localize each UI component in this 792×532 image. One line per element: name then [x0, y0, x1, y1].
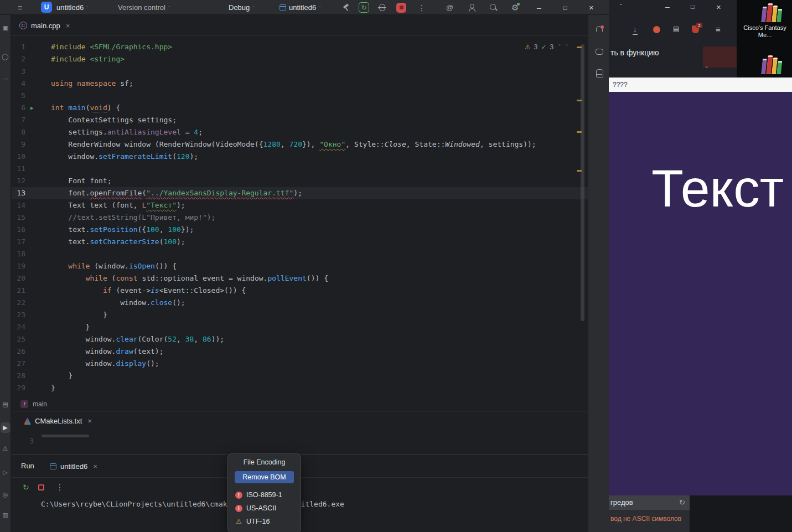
line-number[interactable]: 21: [12, 285, 25, 297]
encoding-option[interactable]: !ISO-8859-1: [228, 488, 301, 502]
run-toolwindow-icon[interactable]: ▶: [0, 422, 10, 433]
code-line[interactable]: 8 settings.antiAliasingLevel = 4;: [12, 126, 588, 138]
code-line[interactable]: 3: [12, 65, 588, 78]
line-number[interactable]: 2: [12, 53, 25, 65]
next-problem-icon[interactable]: ˇ: [566, 44, 568, 50]
code-line[interactable]: 5: [12, 90, 588, 102]
close-tab-icon[interactable]: ×: [66, 22, 70, 30]
main-menu-icon[interactable]: ≡: [18, 0, 22, 15]
code-line[interactable]: 19 while (window.isOpen()) {: [12, 260, 588, 272]
code-line[interactable]: 21 if (event->is<Event::Closed>()) {: [12, 285, 588, 297]
line-number[interactable]: 11: [12, 163, 25, 175]
stripe-warning-mark[interactable]: [577, 131, 582, 133]
vcs-widget[interactable]: Version control ˇ: [118, 0, 170, 15]
build-mode-selector[interactable]: Debug ˇ: [229, 0, 254, 15]
code-line[interactable]: 7 ContextSettings settings;: [12, 114, 588, 126]
line-number[interactable]: 4: [12, 78, 25, 90]
project-icon[interactable]: ▣: [2, 25, 8, 31]
code-line[interactable]: 16 text.setPosition({100, 100});: [12, 224, 588, 236]
code-line[interactable]: 9 RenderWindow window (RenderWindow(Vide…: [12, 138, 588, 151]
line-number[interactable]: 15: [12, 211, 25, 224]
refresh-icon[interactable]: ↻: [679, 495, 685, 510]
line-number[interactable]: 26: [12, 345, 25, 358]
code-line[interactable]: 25 window.clear(Color(52, 38, 86));: [12, 333, 588, 345]
winrar-archive-icon[interactable]: [760, 53, 784, 74]
line-number[interactable]: 10: [12, 151, 25, 163]
code-line[interactable]: 6▶int main(void) {: [12, 102, 588, 114]
line-number[interactable]: 23: [12, 309, 25, 321]
more-actions-button[interactable]: ⋮: [418, 0, 426, 15]
stop-button[interactable]: [396, 0, 406, 15]
desktop-icon-label[interactable]: Cisco's Fantasy Me...: [741, 24, 789, 39]
breadcrumb-item-main[interactable]: main: [33, 400, 47, 408]
page-icon[interactable]: ▤: [673, 25, 679, 33]
code-line[interactable]: 23 }: [12, 309, 588, 321]
code-line[interactable]: 28 }: [12, 370, 588, 382]
code-line[interactable]: 14 Text text (font, L"Текст");: [12, 199, 588, 211]
minimize-button[interactable]: –: [665, 2, 670, 11]
code-line[interactable]: 15 //text.setString(L"Привет, мир!");: [12, 211, 588, 224]
browser-menu-icon[interactable]: ≡: [716, 24, 721, 34]
line-number[interactable]: 18: [12, 248, 25, 260]
sfml-window-title[interactable]: ????: [609, 78, 792, 92]
line-number[interactable]: 17: [12, 236, 25, 248]
code-line[interactable]: 29}: [12, 382, 588, 394]
code-line[interactable]: 13 font.openFromFile("../YandexSansDispl…: [12, 187, 588, 199]
more-icon[interactable]: ⋮: [56, 483, 64, 492]
line-number[interactable]: 27: [12, 358, 25, 370]
line-number[interactable]: 5: [12, 90, 25, 102]
maximize-button[interactable]: □: [691, 3, 695, 10]
structure-icon[interactable]: ▤: [2, 401, 8, 407]
line-number[interactable]: 9: [12, 138, 25, 151]
stop-icon[interactable]: [38, 484, 44, 490]
build-button[interactable]: [342, 0, 350, 15]
run-tab-untitled6[interactable]: untitled6 ×: [50, 454, 97, 478]
stripe-warning-mark[interactable]: [577, 100, 582, 101]
line-number[interactable]: 16: [12, 224, 25, 236]
settings-button[interactable]: ⚙: [511, 0, 519, 15]
download-icon[interactable]: ↓: [633, 25, 637, 34]
code-line[interactable]: 4using namespace sf;: [12, 78, 588, 90]
browser-thumbnail[interactable]: [703, 47, 737, 68]
code-line[interactable]: 18: [12, 248, 588, 260]
inspection-widget[interactable]: ⚠ 3 ✓ 3 ˆ ˇ: [525, 43, 568, 51]
services-icon[interactable]: ▷: [3, 469, 7, 476]
line-number[interactable]: 24: [12, 321, 25, 333]
line-number[interactable]: 20: [12, 272, 25, 285]
rerun-button[interactable]: ↻: [359, 0, 369, 15]
tab-main-cpp[interactable]: C main.cpp ×: [19, 15, 70, 36]
close-button[interactable]: ×: [589, 0, 594, 15]
line-number[interactable]: 28: [12, 370, 25, 382]
line-number[interactable]: 22: [12, 297, 25, 309]
encoding-option[interactable]: ⚠UTF-16: [228, 515, 301, 528]
stripe-warning-mark[interactable]: [577, 170, 582, 172]
horizontal-scrollbar[interactable]: [42, 435, 89, 437]
code-line[interactable]: 1#include <SFML/Graphics.hpp>: [12, 41, 588, 53]
code-line[interactable]: 27 window.display();: [12, 358, 588, 370]
line-number[interactable]: 29: [12, 382, 25, 394]
problems-icon[interactable]: ⚠: [3, 446, 8, 452]
debug-toolwindow-icon[interactable]: ◎: [3, 492, 8, 498]
code-line[interactable]: 12 Font font;: [12, 175, 588, 187]
prev-problem-icon[interactable]: ˆ: [558, 44, 561, 50]
winrar-archive-icon[interactable]: [760, 1, 784, 22]
database-icon[interactable]: [594, 69, 603, 78]
browser-extension-icon[interactable]: [653, 26, 660, 33]
line-number[interactable]: 13: [12, 187, 25, 199]
code-line[interactable]: 24 }: [12, 321, 588, 333]
line-number[interactable]: 12: [12, 175, 25, 187]
code-line[interactable]: 10 window.setFramerateLimit(120);: [12, 151, 588, 163]
encoding-option[interactable]: !US-ASCII: [228, 502, 301, 515]
line-number[interactable]: 1: [12, 41, 25, 53]
maximize-button[interactable]: □: [563, 0, 567, 15]
close-tab-icon[interactable]: ×: [93, 462, 97, 471]
code-line[interactable]: 26 window.draw(text);: [12, 345, 588, 358]
database-toolwindow-icon[interactable]: ▥: [2, 512, 8, 518]
close-button[interactable]: ×: [716, 2, 721, 12]
line-number[interactable]: 7: [12, 114, 25, 126]
search-everywhere-button[interactable]: [489, 0, 498, 15]
ai-assistant-icon[interactable]: [594, 47, 603, 56]
editor-scrollbar[interactable]: [581, 44, 584, 321]
debug-button[interactable]: [379, 0, 385, 15]
line-number[interactable]: 6: [12, 102, 25, 114]
